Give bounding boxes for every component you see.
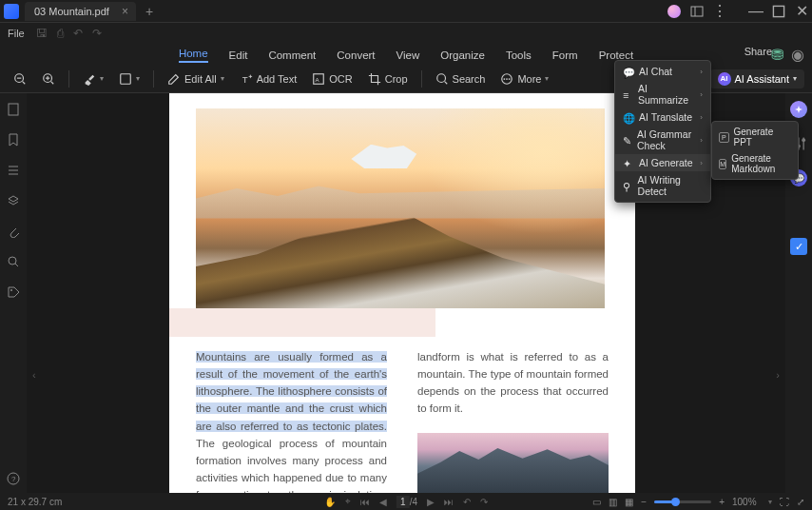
- page-input[interactable]: [396, 496, 410, 508]
- share-button[interactable]: Share: [744, 46, 772, 57]
- select-tool-icon[interactable]: ⌖: [345, 496, 351, 507]
- shape-button[interactable]: ▾: [113, 69, 145, 88]
- two-page-icon[interactable]: ▥: [609, 497, 617, 507]
- generate-ppt-item[interactable]: PGenerate PPT: [712, 124, 798, 150]
- page-prev-arrow[interactable]: ‹: [32, 369, 36, 381]
- menu-comment[interactable]: Comment: [268, 48, 316, 63]
- single-page-icon[interactable]: ▭: [592, 497, 601, 507]
- next-page-icon[interactable]: ▶: [427, 497, 435, 507]
- ai-assistant-menu: 💬AI Chat› ≡AI Summarize› 🌐AI Translate› …: [614, 60, 711, 203]
- ai-panel-icon[interactable]: [790, 101, 807, 118]
- menu-edit[interactable]: Edit: [229, 48, 248, 63]
- redo-icon[interactable]: ↷: [92, 27, 102, 40]
- page-next-arrow[interactable]: ›: [776, 369, 780, 381]
- first-page-icon[interactable]: ⏮: [360, 497, 370, 507]
- file-menu[interactable]: File: [8, 28, 25, 39]
- notification-icon[interactable]: ◉: [791, 46, 804, 64]
- titlebar-right: ⋮ — ✕: [667, 5, 808, 18]
- document-tab[interactable]: 03 Mountain.pdf ×: [25, 2, 136, 21]
- ai-generate-item[interactable]: ✦AI Generate›: [615, 154, 710, 171]
- add-text-button[interactable]: TAdd Text: [234, 69, 303, 88]
- zoom-out-icon[interactable]: −: [641, 497, 647, 507]
- mountain-image: [196, 108, 605, 308]
- attachment-icon[interactable]: [7, 225, 20, 238]
- menu-convert[interactable]: Convert: [337, 48, 375, 63]
- svg-rect-2: [773, 6, 783, 16]
- ai-translate-item[interactable]: 🌐AI Translate›: [615, 108, 710, 126]
- crop-button[interactable]: Crop: [362, 69, 414, 88]
- save-icon[interactable]: 🖫: [36, 27, 48, 40]
- body-text-rest: The geological process of mountain forma…: [196, 438, 387, 493]
- edit-all-label: Edit All: [184, 73, 217, 85]
- svg-line-9: [51, 81, 54, 84]
- svg-line-5: [23, 81, 26, 84]
- thumbnails-icon[interactable]: [7, 103, 20, 116]
- svg-point-16: [436, 73, 445, 82]
- generate-markdown-item[interactable]: MGenerate Markdown: [712, 150, 798, 177]
- edit-all-button[interactable]: Edit All▾: [162, 69, 230, 88]
- rotate-right-icon[interactable]: ↷: [480, 497, 488, 507]
- menu-tools[interactable]: Tools: [506, 48, 532, 63]
- menu-view[interactable]: View: [396, 48, 420, 63]
- kebab-menu-icon[interactable]: ⋮: [713, 5, 726, 18]
- highlight-button[interactable]: ▾: [77, 69, 109, 88]
- check-icon[interactable]: ✓: [790, 238, 807, 255]
- svg-text:A: A: [316, 75, 320, 82]
- tag-icon[interactable]: [7, 285, 20, 299]
- zoom-in-icon[interactable]: +: [719, 497, 725, 507]
- crop-label: Crop: [385, 73, 408, 85]
- search-button[interactable]: Search: [430, 69, 492, 88]
- svg-rect-10: [121, 73, 131, 84]
- close-tab-icon[interactable]: ×: [122, 5, 128, 18]
- svg-rect-22: [9, 104, 18, 115]
- svg-point-26: [9, 257, 16, 265]
- ai-summarize-item[interactable]: ≡AI Summarize›: [615, 80, 710, 108]
- menu-home[interactable]: Home: [179, 46, 208, 63]
- titlebar: 03 Mountain.pdf × + ⋮ — ✕: [0, 0, 812, 23]
- window-maximize-icon[interactable]: [772, 5, 785, 18]
- view-controls: ▭ ▥ ▦ − + 100% ▾ ⛶ ⤢: [592, 497, 804, 507]
- zoom-slider[interactable]: [654, 500, 711, 503]
- cloud-icon[interactable]: ⛃: [771, 46, 783, 64]
- layers-icon[interactable]: [7, 194, 20, 207]
- ai-grammar-item[interactable]: ✎AI Grammar Check›: [615, 126, 710, 154]
- bookmarks-icon[interactable]: [7, 133, 20, 147]
- ai-assistant-button[interactable]: AI AI Assistant ▾: [710, 69, 804, 88]
- window-minimize-icon[interactable]: —: [749, 5, 763, 18]
- menu-form[interactable]: Form: [552, 48, 578, 63]
- svg-point-19: [504, 78, 506, 80]
- prev-page-icon[interactable]: ◀: [379, 497, 387, 507]
- app-icon: [4, 4, 19, 19]
- last-page-icon[interactable]: ⏭: [444, 497, 454, 507]
- ocr-button[interactable]: AOCR: [306, 69, 358, 88]
- svg-point-28: [10, 289, 12, 291]
- help-icon[interactable]: ?: [7, 472, 20, 485]
- fit-width-icon[interactable]: ⛶: [780, 497, 789, 507]
- more-label: More: [517, 73, 541, 85]
- fullscreen-icon[interactable]: ⤢: [797, 497, 804, 507]
- divider: [421, 70, 422, 88]
- window-close-icon[interactable]: ✕: [795, 5, 808, 18]
- user-avatar[interactable]: [667, 5, 681, 18]
- more-button[interactable]: More▾: [494, 69, 554, 88]
- print-icon[interactable]: ⎙: [57, 27, 64, 40]
- ai-writing-detect-item[interactable]: ⚲AI Writing Detect: [615, 171, 710, 200]
- zoom-in-button[interactable]: [36, 69, 61, 88]
- svg-text:?: ?: [11, 475, 16, 483]
- continuous-icon[interactable]: ▦: [625, 497, 633, 507]
- left-column[interactable]: Mountains are usually formed as a result…: [196, 348, 387, 493]
- hand-tool-icon[interactable]: ✋: [324, 497, 336, 507]
- undo-icon[interactable]: ↶: [73, 27, 83, 40]
- right-column[interactable]: landform is what is referred to as a mou…: [417, 348, 609, 493]
- panel-icon[interactable]: [690, 5, 704, 18]
- new-tab-button[interactable]: +: [140, 4, 159, 19]
- menu-organize[interactable]: Organize: [440, 48, 485, 63]
- ai-chat-item[interactable]: 💬AI Chat›: [615, 63, 710, 80]
- rotate-left-icon[interactable]: ↶: [463, 497, 471, 507]
- list-icon[interactable]: [7, 164, 20, 177]
- search-icon[interactable]: [7, 255, 20, 268]
- svg-text:T: T: [242, 73, 247, 84]
- svg-line-17: [444, 81, 447, 84]
- secondary-mountain-image: [417, 433, 609, 493]
- zoom-out-button[interactable]: [8, 69, 32, 88]
